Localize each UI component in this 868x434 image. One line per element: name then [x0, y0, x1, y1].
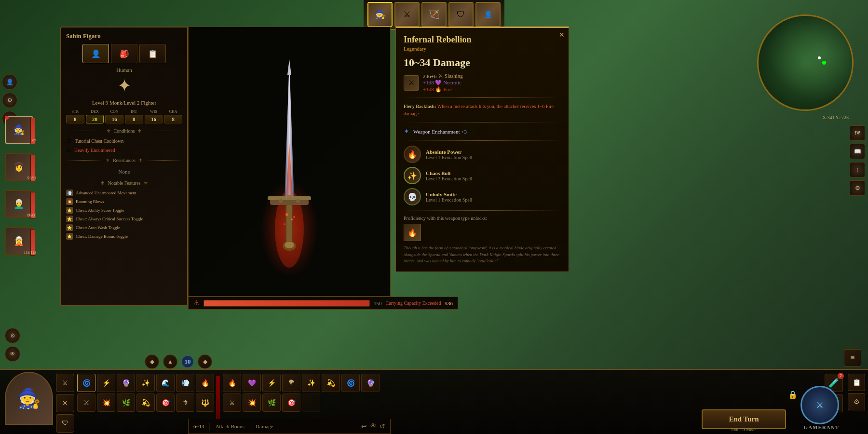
weapon-ctrl-view[interactable]: 👁	[370, 422, 377, 431]
weapon-sep: |	[209, 422, 210, 431]
bottom-icon-2[interactable]: 👁	[5, 346, 20, 362]
party-avatar-1[interactable]: 🧙	[367, 2, 393, 27]
action-slot-13[interactable]: 🗡	[176, 393, 194, 412]
lock-icon[interactable]: 🔒	[788, 390, 798, 399]
action-btn-3[interactable]: 🛡	[56, 414, 74, 433]
carrying-max: 150	[374, 300, 382, 306]
char-avatar-2[interactable]: 👩 91/91	[5, 153, 36, 184]
spell-slot-7[interactable]: 🌀	[341, 374, 360, 392]
party-avatar-5[interactable]: 👤	[475, 2, 501, 27]
sidebar-icon-1[interactable]: 👤	[2, 74, 17, 90]
tooltip-divider-3	[404, 140, 561, 141]
str-label: STR	[66, 109, 84, 114]
action-slot-11[interactable]: 💫	[136, 393, 155, 412]
action-slot-12[interactable]: 🎯	[156, 393, 175, 412]
spell-row-3: 💀 Unholy Smite Level 1 Evocation Spell	[404, 188, 561, 205]
bottom-icon-1[interactable]: ⚙	[5, 328, 20, 343]
panel-header: Sabin Figaro	[66, 32, 182, 40]
spell-slot-12[interactable]: 🎯	[282, 393, 300, 412]
right-icon-map[interactable]: 🗺	[850, 125, 865, 141]
top-icon-2[interactable]: ▲	[163, 354, 177, 369]
feature-text-3: Cheat: Ability Score Toggle	[76, 208, 124, 213]
proficiency-icon: 🔥	[404, 224, 421, 241]
action-slot-10[interactable]: 🌿	[117, 393, 135, 412]
top-icon-1[interactable]: ◆	[145, 354, 159, 369]
spell-slot-9[interactable]: ⚔	[223, 393, 241, 412]
condition-encumbered: ⚠ Heavily Encumbered	[66, 147, 182, 154]
svg-marker-15	[287, 59, 291, 75]
feature-text-4: Cheat: Always Critical Success Toggle	[76, 217, 143, 221]
spell-info-2: Chaos Bolt Level 3 Evocation Spell	[426, 170, 472, 181]
panel-tab-inventory[interactable]: 🎒	[111, 44, 137, 63]
party-avatar-2[interactable]: ⚔	[394, 2, 420, 27]
spell-slot-6[interactable]: 💫	[322, 374, 340, 392]
action-btns-left: ⚔ ✕ 🛡	[56, 374, 74, 433]
svg-point-16	[285, 213, 288, 216]
conditions-title: Conditions	[114, 128, 135, 134]
spell-slot-13[interactable]	[302, 393, 320, 412]
action-slot-8[interactable]: ⚔	[77, 393, 95, 412]
spell-slot-10[interactable]: 💥	[243, 393, 261, 412]
wis-value: 16	[145, 115, 163, 123]
party-avatar-4[interactable]: 🛡	[448, 2, 474, 27]
action-slot-2[interactable]: ⚡	[97, 374, 115, 392]
top-icon-3[interactable]: ◆	[198, 354, 212, 369]
weapon-controls: ↩ 👁 ↺	[361, 422, 385, 431]
action-slot-1[interactable]: 🌀	[77, 374, 95, 392]
proficiency-label: Proficiency with this weapon type unlock…	[404, 216, 561, 221]
action-btn-2[interactable]: ✕	[56, 394, 74, 412]
right-icon-quests[interactable]: !	[850, 162, 865, 177]
right-icon-settings[interactable]: ⚙	[850, 180, 865, 196]
svg-point-19	[293, 216, 295, 218]
action-slot-4[interactable]: ✨	[136, 374, 155, 392]
weapon-damage-range-small: -	[285, 423, 286, 429]
passive-icon-2[interactable]: ⚙	[848, 393, 865, 410]
char-avatar-sabin[interactable]: 🧙 93	[5, 116, 36, 147]
spell-slot-4[interactable]: 🌪	[282, 374, 300, 392]
spell-slot-8[interactable]: 🔮	[361, 374, 380, 392]
cha-value: 8	[164, 115, 182, 123]
passive-icon-1[interactable]: 📋	[848, 374, 865, 391]
action-slot-7[interactable]: 🔥	[196, 374, 214, 392]
end-turn-button[interactable]: End Turn	[702, 409, 786, 429]
sidebar-icon-2[interactable]: ⚙	[2, 93, 17, 108]
spell-slot-5[interactable]: ✨	[302, 374, 320, 392]
svg-point-18	[284, 223, 285, 225]
panel-tab-character[interactable]: 👤	[82, 44, 109, 63]
exit-tb-button[interactable]: Exit TB Mode	[702, 427, 786, 432]
wis-label: WIS	[145, 109, 163, 114]
watermark: GAMERANT	[804, 424, 839, 430]
turn-count-display: 10	[181, 355, 194, 368]
class-label: Level 9 Monk/Level 2 Fighter	[66, 100, 182, 106]
action-slot-3[interactable]: 🔮	[117, 374, 135, 392]
spell-slot-3[interactable]: ⚡	[262, 374, 281, 392]
action-slot-14[interactable]: 🔱	[196, 393, 214, 412]
weapon-ctrl-refresh[interactable]: ↺	[380, 422, 385, 431]
char-avatar-4[interactable]: 🧝 113/113	[5, 227, 36, 258]
svg-point-9	[285, 242, 294, 248]
weapon-ctrl-undo[interactable]: ↩	[361, 422, 367, 431]
tooltip-close-button[interactable]: ✕	[559, 31, 565, 39]
action-slot-9[interactable]: 💥	[97, 393, 115, 412]
spell-icon-3: 💀	[404, 188, 421, 205]
spell-slot-1[interactable]: 🔥	[223, 374, 241, 392]
action-slot-6[interactable]: 💨	[176, 374, 194, 392]
action-btn-1[interactable]: ⚔	[56, 374, 74, 392]
settings-button[interactable]: ≡	[844, 349, 861, 366]
minimap[interactable]	[757, 14, 854, 111]
dex-value: 20	[86, 115, 104, 123]
tb-mode-circle[interactable]: ⚔	[800, 386, 839, 424]
feature-text-2: Booming Blows	[76, 199, 104, 204]
char-avatar-3[interactable]: 👨‍🦳 80/80	[5, 190, 36, 221]
party-avatar-3[interactable]: 🏹	[421, 2, 447, 27]
stats-grid: STR 8 DEX 20 CON 16 INT 8 WIS 16 CHA 8	[66, 109, 182, 123]
spell-slot-11[interactable]: 🌿	[262, 393, 281, 412]
weapon-panel	[188, 27, 391, 297]
item-damage-range: 10~34 Damage	[404, 56, 561, 69]
panel-tab-spells[interactable]: 📋	[139, 44, 166, 63]
spell-slot-2[interactable]: 💜	[243, 374, 261, 392]
right-icon-journal[interactable]: 📖	[850, 144, 865, 159]
damage-detail-text: 2d6+6 ⚔ Slashing +1d8 💜 Necrotic +1d8 🔥 …	[423, 73, 463, 93]
action-slot-5[interactable]: 🌊	[156, 374, 175, 392]
spell-name-2: Chaos Bolt	[426, 170, 472, 176]
